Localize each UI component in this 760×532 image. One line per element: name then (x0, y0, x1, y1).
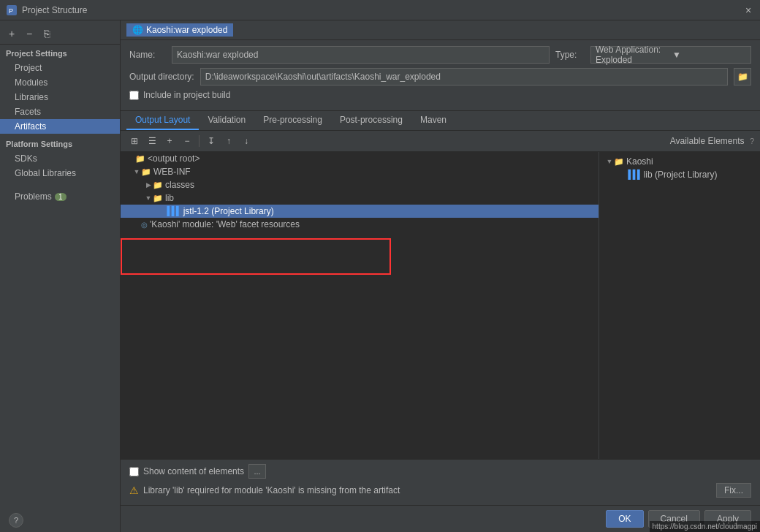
artifact-name: Kaoshi:war exploded (146, 25, 227, 35)
artifact-name-tab[interactable]: 🌐 Kaoshi:war exploded (126, 23, 233, 37)
classes-icon: 📁 (153, 180, 163, 190)
tab-output-layout[interactable]: Output Layout (126, 111, 199, 130)
sidebar-item-sdks[interactable]: SDKs (0, 151, 120, 166)
tab-maven[interactable]: Maven (411, 111, 455, 130)
tab-post-processing[interactable]: Post-processing (331, 111, 411, 130)
add-element-button[interactable]: + (162, 133, 178, 149)
three-dots-button[interactable]: ... (248, 464, 266, 479)
output-root-label: <output root> (148, 153, 200, 164)
tree-item-kaoshi-root[interactable]: ▼ 📁 Kaoshi (599, 155, 760, 168)
browse-folder-button[interactable]: 📁 (734, 68, 751, 86)
sidebar-item-global-libraries[interactable]: Global Libraries (0, 166, 120, 180)
folder-icon: 📁 (737, 72, 748, 82)
expand-arrow-icon: ▶ (144, 181, 153, 189)
help-button[interactable]: ? (9, 513, 23, 528)
copy-artifact-button[interactable]: ⎘ (39, 26, 54, 41)
form-area: Name: Type: Web Application: Exploded ▼ … (121, 40, 760, 111)
show-content-row: Show content of elements ... (129, 464, 751, 479)
include-project-build-label: Include in project build (143, 90, 230, 100)
remove-artifact-button[interactable]: − (22, 26, 37, 41)
sidebar-item-artifacts[interactable]: Artifacts (0, 119, 120, 134)
include-project-build-checkbox[interactable] (129, 91, 139, 100)
sidebar: + − ⎘ Project Settings Project Modules L… (0, 20, 121, 532)
warning-icon: ⚠ (129, 484, 139, 496)
sidebar-item-modules[interactable]: Modules (0, 75, 120, 90)
kaoshi-folder-icon: 📁 (614, 157, 624, 167)
tree-item-classes[interactable]: ▶ 📁 classes (121, 178, 598, 191)
output-layout-tree: 📁 <output root> ▼ 📁 WEB-INF ▶ 📁 classes (121, 152, 599, 459)
tree-item-output-root[interactable]: 📁 <output root> (121, 152, 598, 165)
type-select[interactable]: Web Application: Exploded ▼ (590, 46, 751, 64)
lib-label: lib (165, 193, 174, 203)
show-content-label: Show content of elements (143, 466, 244, 476)
sidebar-item-label: SDKs (15, 153, 37, 164)
sidebar-toolbar: + − ⎘ (0, 23, 120, 45)
close-button[interactable]: × (742, 4, 754, 16)
svg-text:P: P (9, 7, 13, 15)
list-view-button[interactable]: ☰ (144, 133, 160, 149)
bottom-area: Show content of elements ... ⚠ Library '… (121, 459, 760, 505)
available-elements-label: Available Elements ? (670, 136, 754, 146)
move-bottom-button[interactable]: ↓ (238, 133, 254, 149)
dialog-title: Project Structure (22, 5, 742, 15)
ok-button[interactable]: OK (606, 510, 643, 528)
sidebar-item-label: Global Libraries (15, 168, 76, 178)
lib-project-icon: ▐▐▐ (626, 170, 639, 180)
sidebar-item-project[interactable]: Project (0, 61, 120, 75)
tree-container: 📁 <output root> ▼ 📁 WEB-INF ▶ 📁 classes (121, 152, 760, 459)
output-dir-input[interactable] (200, 68, 728, 86)
name-input[interactable] (172, 46, 550, 64)
web-inf-label: WEB-INF (153, 167, 191, 177)
app-icon: P (6, 4, 18, 16)
add-artifact-button[interactable]: + (4, 26, 19, 41)
sidebar-item-libraries[interactable]: Libraries (0, 90, 120, 104)
watermark-url: https://blog.csdn.net/cloudmagpi (650, 521, 760, 532)
sidebar-item-label: Project (15, 63, 42, 73)
tree-item-jstl[interactable]: ▐▐▐ jstl-1.2 (Project Library) (121, 205, 598, 218)
available-elements-tree: ▼ 📁 Kaoshi ▐▐▐ lib (Project Library) (599, 152, 760, 459)
tree-item-kaoshi-module[interactable]: ◎ 'Kaoshi' module: 'Web' facet resources (121, 218, 598, 231)
expand-arrow-icon: ▼ (132, 168, 141, 175)
module-icon: ◎ (141, 221, 148, 229)
name-row: Name: Type: Web Application: Exploded ▼ (129, 46, 751, 64)
tab-pre-processing[interactable]: Pre-processing (254, 111, 331, 130)
classes-label: classes (165, 180, 194, 190)
name-label: Name: (129, 50, 166, 60)
output-dir-label: Output directory: (129, 72, 194, 82)
tree-item-web-inf[interactable]: ▼ 📁 WEB-INF (121, 165, 598, 178)
move-up-button[interactable]: ↑ (221, 133, 237, 149)
sidebar-item-facets[interactable]: Facets (0, 104, 120, 119)
output-root-icon: 📁 (135, 154, 145, 164)
expand-arrow-icon: ▼ (605, 158, 614, 165)
available-elements-help-icon[interactable]: ? (750, 137, 754, 145)
problems-badge: 1 (55, 193, 66, 201)
lib-icon: 📁 (153, 194, 163, 203)
move-down-button[interactable]: ↧ (203, 133, 219, 149)
highlight-border-box (121, 238, 391, 275)
dropdown-arrow-icon: ▼ (672, 50, 746, 60)
kaoshi-module-label: 'Kaoshi' module: 'Web' facet resources (150, 219, 300, 229)
type-label: Type: (555, 50, 585, 60)
lib-project-label: lib (Project Library) (644, 170, 718, 180)
dots-icon: ... (254, 467, 261, 476)
remove-element-button[interactable]: − (179, 133, 195, 149)
title-bar: P Project Structure × (0, 0, 760, 20)
problems-label: Problems (15, 191, 52, 202)
sidebar-item-label: Modules (15, 77, 48, 88)
platform-settings-header: Platform Settings (0, 134, 120, 151)
fix-button[interactable]: Fix... (716, 483, 751, 498)
sidebar-item-problems[interactable]: Problems 1 (0, 189, 120, 204)
show-content-checkbox[interactable] (129, 467, 139, 476)
output-dir-row: Output directory: 📁 (129, 68, 751, 86)
view-toggle-button[interactable]: ⊞ (126, 133, 142, 149)
tab-validation[interactable]: Validation (199, 111, 254, 130)
project-settings-header: Project Settings (0, 45, 120, 61)
warning-message: Library 'lib' required for module 'Kaosh… (143, 485, 712, 495)
layout-toolbar: ⊞ ☰ + − ↧ ↑ ↓ Available Elements ? (121, 131, 760, 152)
tree-item-lib[interactable]: ▼ 📁 lib (121, 191, 598, 205)
main-container: + − ⎘ Project Settings Project Modules L… (0, 20, 760, 532)
kaoshi-root-label: Kaoshi (626, 156, 653, 167)
expand-arrow-icon: ▼ (144, 194, 153, 202)
sidebar-item-label: Libraries (15, 92, 48, 102)
tree-item-lib-project[interactable]: ▐▐▐ lib (Project Library) (599, 168, 760, 181)
